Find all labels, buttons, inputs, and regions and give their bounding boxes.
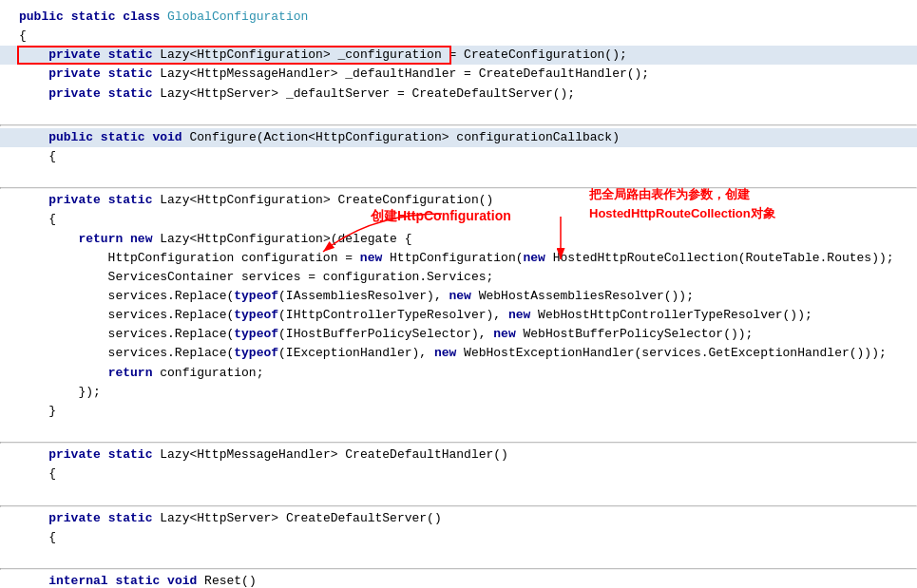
blank-line-5 [0,547,917,566]
method2-line6: services.Replace(typeof(IExceptionHandle… [0,344,917,363]
divider-3 [0,442,917,444]
method3-sig: private static Lazy<HttpMessageHandler> … [0,446,917,465]
field-line-3: private static Lazy<HttpServer> _default… [0,85,917,104]
method1-sig: public static void Configure(Action<Http… [0,128,917,147]
method2-close2: } [0,402,917,421]
code-container: public static class GlobalConfiguration … [0,0,917,588]
method2-return: return new Lazy<HttpConfiguration>(deleg… [0,230,917,249]
method5-sig: internal static void Reset() [0,572,917,588]
method2-line3: services.Replace(typeof(IAssembliesResol… [0,287,917,306]
method4-open: { [0,528,917,547]
class-header-line: public static class GlobalConfiguration [0,8,917,27]
method1-open: { [0,147,917,166]
field-line-2: private static Lazy<HttpMessageHandler> … [0,65,917,84]
blank-line-1 [0,104,917,123]
divider-1 [0,124,917,126]
method2-line1: HttpConfiguration configuration = new Ht… [0,249,917,268]
method2-close1: }); [0,383,917,402]
method4-sig: private static Lazy<HttpServer> CreateDe… [0,509,917,528]
divider-4 [0,505,917,507]
field-line-1: private static Lazy<HttpConfiguration> _… [0,46,917,65]
blank-line-2 [0,166,917,185]
method2-line5: services.Replace(typeof(IHostBufferPolic… [0,325,917,344]
blank-line-4 [0,484,917,503]
blank-line-3 [0,421,917,440]
method2-line2: ServicesContainer services = configurati… [0,268,917,287]
divider-2 [0,187,917,189]
method2-line7: return configuration; [0,364,917,383]
divider-5 [0,568,917,570]
method2-line4: services.Replace(typeof(IHttpControllerT… [0,306,917,325]
method2-sig: private static Lazy<HttpConfiguration> C… [0,191,917,210]
class-open-brace: { [0,27,917,46]
method2-open: { [0,210,917,229]
method3-open: { [0,465,917,484]
